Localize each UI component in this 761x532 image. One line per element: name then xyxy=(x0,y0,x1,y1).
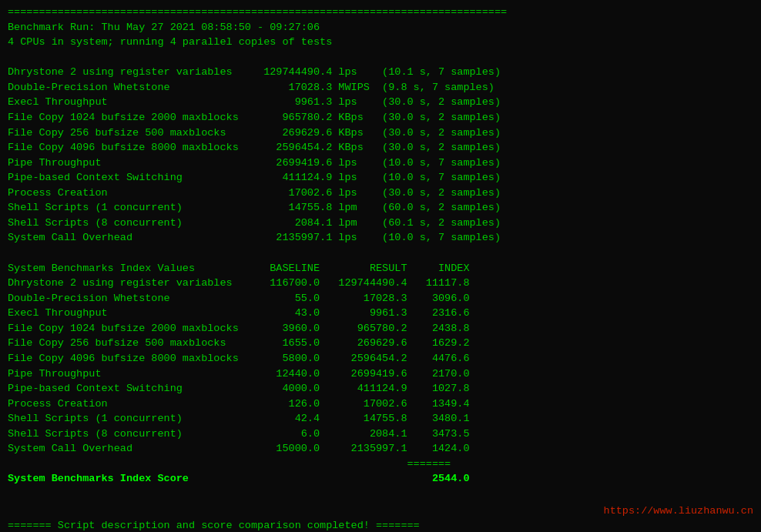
benchmark-row: Dhrystone 2 using register variables 129… xyxy=(8,65,753,80)
index-row: Double-Precision Whetstone 55.0 17028.3 … xyxy=(8,291,753,306)
index-equals-row: ======= xyxy=(8,457,753,472)
benchmark-row: Process Creation 17002.6 lps (30.0 s, 2 … xyxy=(8,186,753,201)
header-line1: Benchmark Run: Thu May 27 2021 08:58:50 … xyxy=(8,20,753,35)
index-row: File Copy 4096 bufsize 8000 maxblocks 58… xyxy=(8,351,753,366)
index-row: Shell Scripts (1 concurrent) 42.4 14755.… xyxy=(8,411,753,427)
index-row: Process Creation 126.0 17002.6 1349.4 xyxy=(8,396,753,412)
benchmark-row: Execl Throughput 9961.3 lps (30.0 s, 2 s… xyxy=(8,95,753,110)
footer-line: ======= Script description and score com… xyxy=(8,518,753,532)
benchmark-row: Shell Scripts (8 concurrent) 2084.1 lpm … xyxy=(8,216,753,231)
index-section: System Benchmarks Index Values BASELINE … xyxy=(8,261,753,487)
index-row: Shell Scripts (8 concurrent) 6.0 2084.1 … xyxy=(8,427,753,442)
benchmarks-section: Dhrystone 2 using register variables 129… xyxy=(8,65,753,246)
index-row: File Copy 256 bufsize 500 maxblocks 1655… xyxy=(8,336,753,351)
blank1 xyxy=(8,50,753,65)
benchmark-row: System Call Overhead 2135997.1 lps (10.0… xyxy=(8,230,753,246)
benchmark-row: Pipe-based Context Switching 411124.9 lp… xyxy=(8,170,753,186)
index-row: Pipe Throughput 12440.0 2699419.6 2170.0 xyxy=(8,366,753,382)
index-row: Execl Throughput 43.0 9961.3 2316.6 xyxy=(8,306,753,321)
score-row: System Benchmarks Index Score 2544.0 xyxy=(8,471,753,487)
watermark: https://www.liuzhanwu.cn xyxy=(8,504,753,519)
benchmark-row: Pipe Throughput 2699419.6 lps (10.0 s, 7… xyxy=(8,156,753,171)
blank3 xyxy=(8,487,753,502)
index-row: Dhrystone 2 using register variables 116… xyxy=(8,276,753,291)
header-line2: 4 CPUs in system; running 4 parallel cop… xyxy=(8,35,753,50)
benchmark-row: Shell Scripts (1 concurrent) 14755.8 lpm… xyxy=(8,200,753,216)
benchmark-row: File Copy 1024 bufsize 2000 maxblocks 96… xyxy=(8,110,753,125)
terminal-output: ========================================… xyxy=(8,5,753,532)
index-row: File Copy 1024 bufsize 2000 maxblocks 39… xyxy=(8,321,753,336)
index-row: System Call Overhead 15000.0 2135997.1 1… xyxy=(8,441,753,457)
benchmark-row: Double-Precision Whetstone 17028.3 MWIPS… xyxy=(8,80,753,95)
benchmark-row: File Copy 4096 bufsize 8000 maxblocks 25… xyxy=(8,140,753,156)
index-row: Pipe-based Context Switching 4000.0 4111… xyxy=(8,381,753,396)
benchmark-row: File Copy 256 bufsize 500 maxblocks 2696… xyxy=(8,125,753,141)
index-header-row: System Benchmarks Index Values BASELINE … xyxy=(8,261,753,276)
blank2 xyxy=(8,246,753,261)
top-separator: ========================================… xyxy=(8,5,753,20)
